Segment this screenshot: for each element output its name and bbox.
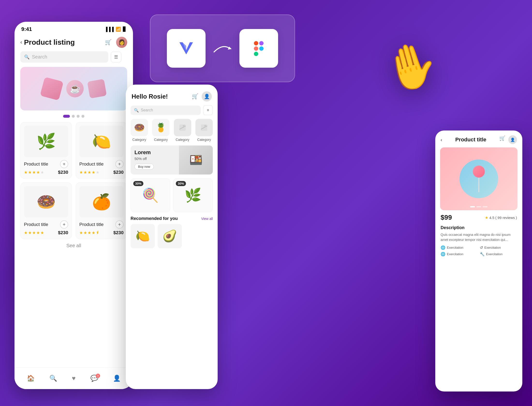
badge-1: 30% (133, 181, 143, 186)
mid-filter-btn[interactable]: ≡ (203, 105, 213, 115)
dot-2[interactable] (72, 115, 75, 118)
right-avatar[interactable]: 👤 (508, 135, 517, 144)
back-button[interactable]: ‹ (20, 39, 22, 45)
nav-home[interactable]: 🏠 (27, 375, 35, 382)
feature-3: 🌐 Exercitation (441, 252, 478, 256)
nav-profile[interactable]: 👤 (113, 375, 121, 382)
mid-avatar[interactable]: 👤 (202, 91, 212, 102)
mid-search-icon: 🔍 (134, 108, 139, 113)
category-2[interactable]: 🍍 Category (152, 119, 170, 142)
rec-card-1[interactable]: 🍋 (131, 224, 155, 248)
promo-buy-btn[interactable]: Buy now (134, 164, 154, 170)
feature-label-1: Exercitation (447, 246, 463, 249)
hero-dot-1[interactable] (470, 206, 475, 207)
transform-arrow-area (213, 42, 232, 54)
user-avatar[interactable]: 👩 (116, 37, 127, 48)
status-icons: ▐▐▐ 📶 ▊ (104, 27, 126, 32)
phone-product-listing: 9:41 ▐▐▐ 📶 ▊ ‹ Product listing 🛒 👩 🔍 Sea… (15, 22, 133, 389)
carousel-dots (15, 115, 133, 118)
product-name-2: Product title (79, 161, 103, 167)
stars-2: ★★★★★ (79, 170, 99, 175)
feature-icon-2: ↺ (480, 245, 483, 250)
hero-dot-3[interactable] (483, 206, 488, 207)
badge-card-2[interactable]: 30% 🌿 (173, 178, 213, 212)
right-cart-icon[interactable]: 🛒 (499, 135, 505, 144)
view-all-link[interactable]: View all (201, 217, 213, 221)
svg-rect-5 (254, 52, 258, 56)
product-card-4[interactable]: 🍊 Product title + ★★★★⯨ $230 (76, 182, 127, 239)
dot-3[interactable] (77, 115, 80, 118)
product-image-3: 🍩 (24, 186, 68, 218)
filter-button[interactable]: ☰ (111, 52, 121, 62)
dot-4[interactable] (81, 115, 84, 118)
rec-card-2[interactable]: 🥑 (158, 224, 182, 248)
hero-dot-2[interactable] (476, 206, 481, 207)
hero-dots (470, 206, 488, 207)
badge-products-grid: 30% 🍭 30% 🌿 (126, 178, 218, 216)
product-hero-image (440, 147, 517, 210)
dot-1[interactable] (63, 115, 70, 118)
search-placeholder: Search (32, 54, 104, 60)
promo-banner: Lorem 50% off Buy now 🍱 (131, 145, 213, 174)
right-header-icons: 🛒 👤 (499, 135, 517, 144)
chat-badge: 9 (96, 374, 100, 378)
stars-3: ★★★★★ (24, 230, 44, 235)
banner-item-1 (40, 77, 64, 101)
feature-label-2: Exercitation (484, 246, 501, 249)
feature-1: 🌐 Exercitation (441, 245, 478, 250)
promo-text: Lorem 50% off Buy now (131, 145, 179, 174)
page-title: Product listing (24, 38, 75, 46)
feature-icon-3: 🌐 (441, 252, 445, 256)
feature-label-4: Exercitation (486, 252, 502, 256)
promo-image: 🍱 (179, 145, 213, 174)
status-bar: 9:41 ▐▐▐ 📶 ▊ (15, 22, 133, 35)
nav-wishlist[interactable]: ♥ (72, 375, 75, 382)
right-back-button[interactable]: ‹ (441, 137, 442, 143)
product-image-2: 🍋 (79, 126, 124, 157)
badge-card-1[interactable]: 30% 🍭 (131, 178, 170, 212)
category-1[interactable]: 🍩 Category (131, 119, 148, 142)
nav-search[interactable]: 🔍 (49, 375, 57, 382)
mid-search-row: 🔍 Search ≡ (126, 105, 218, 119)
product-card-3[interactable]: 🍩 Product title + ★★★★★ $230 (20, 182, 72, 239)
category-4[interactable]: Category (195, 119, 213, 142)
cart-button[interactable]: 🛒 (103, 38, 113, 47)
curved-arrow (213, 42, 232, 54)
rating-text: 4.5 (489, 216, 494, 220)
category-3[interactable]: Category (174, 119, 191, 142)
product-name-3: Product title (24, 222, 48, 227)
add-button-2[interactable]: + (115, 160, 124, 168)
see-all-row: See all (15, 239, 133, 252)
hero-banner: ☕ (20, 67, 127, 110)
feature-icon-1: 🌐 (441, 245, 445, 250)
phone-product-detail: ‹ Product title 🛒 👤 $99 ★ 4.5 (435, 130, 522, 392)
svg-point-11 (204, 125, 206, 127)
detail-price: $99 (441, 214, 452, 221)
svg-point-8 (183, 125, 185, 127)
product-card-2[interactable]: 🍋 Product title + ★★★★★ $230 (76, 122, 127, 179)
add-button-4[interactable]: + (115, 220, 124, 229)
placeholder-icon-1 (179, 124, 186, 131)
mid-header: Hello Rosie! 🛒 👤 (126, 85, 218, 105)
see-all-text[interactable]: See all (66, 243, 81, 248)
add-button-1[interactable]: + (60, 160, 68, 168)
nav-chat[interactable]: 💬 9 (90, 375, 98, 382)
add-button-3[interactable]: + (60, 220, 68, 229)
feature-icon-4: 🔧 (480, 252, 485, 256)
mid-search-bar[interactable]: 🔍 Search (131, 106, 201, 115)
cat-label-3: Category (176, 138, 189, 142)
cat-label-2: Category (154, 138, 168, 142)
recommended-scroll: 🍋 🥑 (126, 224, 218, 248)
product-name-4: Product title (79, 222, 103, 227)
badge-2: 30% (176, 181, 186, 186)
categories-row: 🍩 Category 🍍 Category Category (126, 119, 218, 145)
product-card-1[interactable]: 🌿 Product title + ★★★★★ $230 (20, 122, 72, 179)
search-bar[interactable]: 🔍 Search (20, 51, 108, 63)
banner-item-3 (87, 79, 107, 98)
lollipop (473, 166, 485, 192)
promo-title: Lorem (134, 149, 175, 156)
mid-cart-icon[interactable]: 🛒 (192, 93, 198, 100)
mid-header-icons: 🛒 👤 (192, 91, 212, 102)
search-icon: 🔍 (24, 54, 30, 60)
greeting-text: Hello Rosie! (132, 93, 168, 100)
